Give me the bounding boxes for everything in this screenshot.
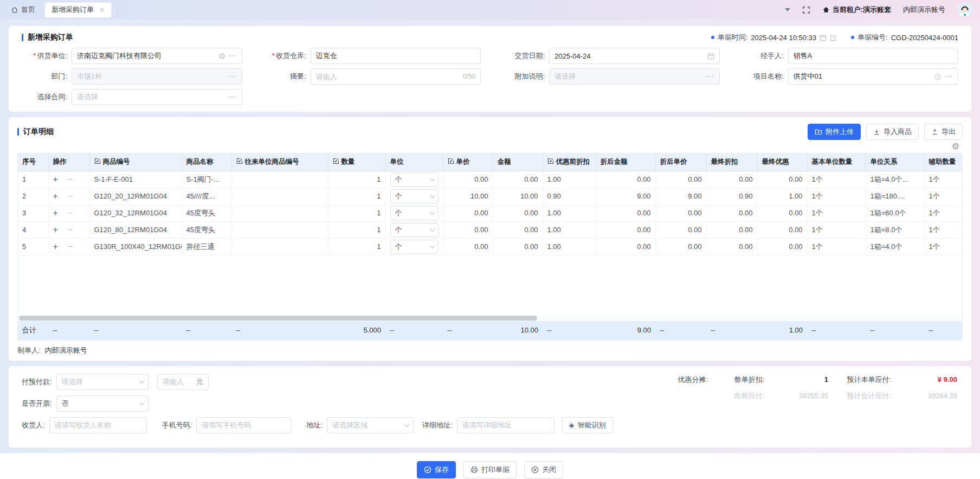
current-tenant[interactable]: 当前租户:演示账套 <box>822 5 891 15</box>
unit-select[interactable]: 个 <box>390 189 439 203</box>
table-row: 2+−G120_20_12RM01G0445////度...1个10.0010.… <box>18 188 963 205</box>
cell: 1个 <box>924 171 963 188</box>
prepay-amount-input[interactable] <box>163 378 193 386</box>
divider <box>118 4 118 15</box>
current-payable-label: 预计本单应付: <box>828 375 891 385</box>
cell: G120_32_12RM01G04 <box>89 205 182 221</box>
phone-label: 手机号码: <box>162 420 192 430</box>
detail-address-input[interactable] <box>462 421 549 429</box>
edit-icon[interactable] <box>830 34 837 41</box>
export-button[interactable]: 导出 <box>924 124 963 140</box>
column-header: 基本单位数量 <box>807 154 866 171</box>
cell: 0.00 <box>493 171 543 188</box>
ellipsis-picker-icon[interactable]: ··· <box>229 93 237 101</box>
delete-row-button[interactable]: − <box>68 175 73 184</box>
summary-input[interactable] <box>316 73 460 81</box>
ellipsis-picker-icon[interactable]: ··· <box>229 52 237 60</box>
cell: 1个 <box>924 238 963 255</box>
cell: 3 <box>18 205 48 221</box>
add-row-button[interactable]: + <box>53 175 58 184</box>
table-row: 4+−G120_80_12RM01G0445度弯头1个0.000.001.000… <box>18 221 963 238</box>
clear-icon[interactable] <box>934 73 942 80</box>
cell: 1个 <box>924 188 963 205</box>
total-cell: -- <box>924 321 963 340</box>
prepay-label: 付预付款: <box>22 377 52 387</box>
unit-select[interactable]: 个 <box>390 240 439 254</box>
add-row-button[interactable]: + <box>53 242 58 251</box>
column-settings-gear-icon[interactable]: ⚙ <box>952 142 959 151</box>
cell: 1个 <box>924 205 963 221</box>
close-button[interactable]: 关闭 <box>524 461 563 478</box>
address-select[interactable]: 请选择区域 <box>327 417 414 433</box>
delete-row-button[interactable]: − <box>68 191 73 201</box>
supplier-input[interactable] <box>77 52 215 60</box>
doc-time: 单据时间: 2025-04-24 10:50:33 <box>711 33 837 42</box>
details-title: 订单明细 <box>17 127 54 137</box>
column-header: 往来单位商品编号 <box>231 154 328 171</box>
doc-number: 单据编号: CGD-20250424-0001 <box>851 33 958 42</box>
field-note: 附加说明: 请选择 ··· <box>499 68 720 85</box>
total-cell: -- <box>655 321 706 340</box>
invoice-select[interactable]: 否 <box>56 395 149 412</box>
handler-input[interactable] <box>794 52 953 60</box>
top-bar: 首页 新增采购订单 ✕ 当前租户:演示账套 内部演示账号 <box>0 0 980 20</box>
attachment-upload-button[interactable]: 附件上传 <box>808 124 861 140</box>
delivery-date-input[interactable] <box>555 52 704 60</box>
currency-unit: 元 <box>196 377 203 387</box>
scan-diamond-icon: ◈ <box>569 421 575 429</box>
delete-row-button[interactable]: − <box>68 225 73 234</box>
chevron-down-icon <box>139 400 145 405</box>
account-name[interactable]: 内部演示账号 <box>903 5 945 15</box>
cell: 1箱=4.0个 <box>866 238 924 255</box>
phone-input[interactable] <box>202 421 286 429</box>
unit-select[interactable]: 个 <box>390 173 439 187</box>
table-row: 3+−G120_32_12RM01G0445度弯头1个0.000.001.000… <box>18 205 963 221</box>
add-row-button[interactable]: + <box>53 191 58 201</box>
print-button[interactable]: 打印单据 <box>463 461 517 478</box>
table-row: 5+−G130R_100X40_12RM01G04异径三通1个0.000.001… <box>18 238 963 255</box>
ellipsis-picker-icon[interactable]: ··· <box>945 73 953 80</box>
cell: 0.90 <box>543 188 596 205</box>
check-circle-icon <box>424 466 431 474</box>
calendar-icon[interactable] <box>707 53 714 60</box>
cell: 1 <box>328 205 385 221</box>
cell: 0.00 <box>757 238 807 255</box>
cell: 1箱=60.0个 <box>866 205 924 221</box>
doc-time-label: 单据时间: <box>718 33 748 42</box>
unit-select[interactable]: 个 <box>390 223 439 237</box>
unit-select[interactable]: 个 <box>390 206 439 220</box>
tab-new-purchase-order[interactable]: 新增采购订单 ✕ <box>45 3 111 17</box>
add-row-button[interactable]: + <box>53 208 58 218</box>
calendar-icon[interactable] <box>820 34 827 41</box>
avatar[interactable] <box>957 2 972 17</box>
clear-icon[interactable] <box>218 53 225 60</box>
cell: 1个 <box>807 205 866 221</box>
cell: 0.00 <box>596 238 655 255</box>
doc-no-label: 单据编号: <box>858 33 888 42</box>
chevron-down-icon <box>139 378 145 384</box>
cell: 0.00 <box>443 171 493 188</box>
close-tab-icon[interactable]: ✕ <box>99 6 105 14</box>
save-button[interactable]: 保存 <box>417 461 456 478</box>
department-value: 市场1科 <box>77 72 225 81</box>
add-row-button[interactable]: + <box>53 225 58 234</box>
column-header: 折后金额 <box>596 154 655 171</box>
delete-row-button[interactable]: − <box>68 242 73 251</box>
chevron-down-icon <box>429 209 435 215</box>
ellipsis-picker-icon[interactable]: ··· <box>229 73 237 80</box>
fullscreen-icon[interactable] <box>802 6 810 14</box>
delete-row-button[interactable]: − <box>68 208 73 218</box>
chevron-down-icon[interactable] <box>785 8 790 11</box>
prepay-select[interactable]: 请选择 <box>56 374 149 390</box>
receiver-input[interactable] <box>55 421 141 429</box>
total-cell: -- <box>866 321 924 340</box>
nav-home[interactable]: 首页 <box>11 5 35 15</box>
horizontal-scrollbar[interactable] <box>18 315 962 321</box>
smart-recognition-button[interactable]: ◈ 智能识别 <box>562 417 613 433</box>
scrollbar-thumb[interactable] <box>19 316 537 321</box>
project-input[interactable] <box>794 73 932 81</box>
warehouse-input[interactable] <box>316 52 476 60</box>
import-products-button[interactable]: 导入商品 <box>866 124 919 140</box>
ellipsis-picker-icon[interactable]: ··· <box>706 73 714 80</box>
payment-summary: 优惠分摊: 整单折扣: 1 预计本单应付: ¥ 9.00 此前应付: 39255… <box>678 375 957 401</box>
